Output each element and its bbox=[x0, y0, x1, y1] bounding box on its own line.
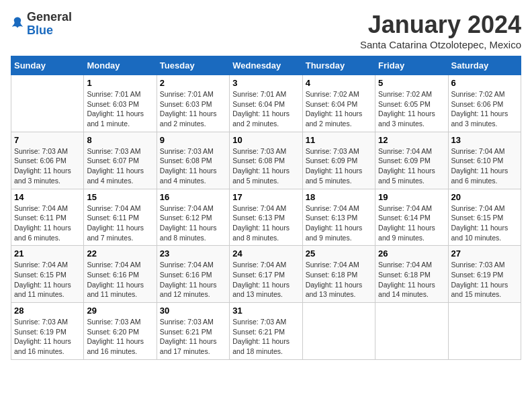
day-info: Sunrise: 7:04 AMSunset: 6:17 PMDaylight:… bbox=[232, 260, 299, 300]
title-block: January 2024 Santa Catarina Otzolotepec,… bbox=[360, 11, 521, 50]
day-number: 8 bbox=[87, 135, 153, 145]
day-info: Sunrise: 7:04 AMSunset: 6:10 PMDaylight:… bbox=[451, 146, 518, 186]
day-number: 13 bbox=[451, 135, 518, 145]
day-number: 3 bbox=[232, 78, 299, 88]
day-info: Sunrise: 7:01 AMSunset: 6:03 PMDaylight:… bbox=[160, 89, 226, 129]
day-cell: 7Sunrise: 7:03 AMSunset: 6:06 PMDaylight… bbox=[11, 132, 84, 189]
day-number: 15 bbox=[87, 192, 153, 202]
day-info: Sunrise: 7:04 AMSunset: 6:09 PMDaylight:… bbox=[378, 146, 445, 186]
day-cell: 2Sunrise: 7:01 AMSunset: 6:03 PMDaylight… bbox=[157, 75, 229, 132]
day-cell: 29Sunrise: 7:03 AMSunset: 6:20 PMDayligh… bbox=[84, 303, 157, 360]
day-info: Sunrise: 7:02 AMSunset: 6:04 PMDaylight:… bbox=[306, 89, 372, 129]
day-cell: 5Sunrise: 7:02 AMSunset: 6:05 PMDaylight… bbox=[375, 75, 448, 132]
day-cell: 26Sunrise: 7:04 AMSunset: 6:18 PMDayligh… bbox=[375, 246, 448, 303]
day-cell: 9Sunrise: 7:03 AMSunset: 6:08 PMDaylight… bbox=[157, 132, 229, 189]
weekday-friday: Friday bbox=[375, 56, 448, 75]
day-info: Sunrise: 7:01 AMSunset: 6:04 PMDaylight:… bbox=[232, 89, 299, 129]
day-number: 5 bbox=[378, 78, 445, 88]
logo-text: General Blue bbox=[27, 11, 72, 38]
logo: General Blue bbox=[11, 11, 72, 38]
day-info: Sunrise: 7:04 AMSunset: 6:16 PMDaylight:… bbox=[87, 260, 153, 300]
day-number: 25 bbox=[306, 248, 372, 259]
day-number: 16 bbox=[160, 192, 226, 202]
day-number: 2 bbox=[160, 78, 226, 88]
day-number: 29 bbox=[87, 306, 153, 316]
day-cell: 14Sunrise: 7:04 AMSunset: 6:11 PMDayligh… bbox=[11, 189, 84, 246]
week-row-3: 14Sunrise: 7:04 AMSunset: 6:11 PMDayligh… bbox=[11, 189, 521, 246]
day-info: Sunrise: 7:03 AMSunset: 6:09 PMDaylight:… bbox=[306, 146, 372, 186]
day-number: 26 bbox=[378, 248, 445, 259]
day-info: Sunrise: 7:04 AMSunset: 6:15 PMDaylight:… bbox=[14, 260, 81, 300]
day-cell bbox=[375, 303, 448, 360]
day-cell: 22Sunrise: 7:04 AMSunset: 6:16 PMDayligh… bbox=[84, 246, 157, 303]
day-info: Sunrise: 7:04 AMSunset: 6:11 PMDaylight:… bbox=[14, 203, 81, 243]
weekday-sunday: Sunday bbox=[11, 56, 84, 75]
weekday-saturday: Saturday bbox=[448, 56, 521, 75]
day-number: 22 bbox=[87, 248, 153, 259]
day-cell: 18Sunrise: 7:04 AMSunset: 6:13 PMDayligh… bbox=[302, 189, 375, 246]
day-cell: 23Sunrise: 7:04 AMSunset: 6:16 PMDayligh… bbox=[157, 246, 229, 303]
day-info: Sunrise: 7:01 AMSunset: 6:03 PMDaylight:… bbox=[87, 89, 153, 129]
logo-blue: Blue bbox=[27, 24, 72, 38]
calendar-body: 1Sunrise: 7:01 AMSunset: 6:03 PMDaylight… bbox=[11, 75, 521, 360]
day-info: Sunrise: 7:04 AMSunset: 6:13 PMDaylight:… bbox=[232, 203, 299, 243]
day-cell: 10Sunrise: 7:03 AMSunset: 6:08 PMDayligh… bbox=[230, 132, 302, 189]
day-cell bbox=[448, 303, 521, 360]
day-cell: 31Sunrise: 7:03 AMSunset: 6:21 PMDayligh… bbox=[230, 303, 302, 360]
day-cell: 8Sunrise: 7:03 AMSunset: 6:07 PMDaylight… bbox=[84, 132, 157, 189]
day-number: 23 bbox=[160, 248, 226, 259]
logo-bird-icon bbox=[11, 16, 24, 32]
day-info: Sunrise: 7:04 AMSunset: 6:15 PMDaylight:… bbox=[451, 203, 518, 243]
day-cell: 4Sunrise: 7:02 AMSunset: 6:04 PMDaylight… bbox=[302, 75, 375, 132]
day-cell bbox=[11, 75, 84, 132]
day-cell: 30Sunrise: 7:03 AMSunset: 6:21 PMDayligh… bbox=[157, 303, 229, 360]
day-cell: 12Sunrise: 7:04 AMSunset: 6:09 PMDayligh… bbox=[375, 132, 448, 189]
week-row-2: 7Sunrise: 7:03 AMSunset: 6:06 PMDaylight… bbox=[11, 132, 521, 189]
weekday-thursday: Thursday bbox=[302, 56, 375, 75]
day-cell: 6Sunrise: 7:02 AMSunset: 6:06 PMDaylight… bbox=[448, 75, 521, 132]
day-number: 20 bbox=[451, 192, 518, 202]
day-info: Sunrise: 7:04 AMSunset: 6:12 PMDaylight:… bbox=[160, 203, 226, 243]
weekday-wednesday: Wednesday bbox=[230, 56, 302, 75]
day-cell: 28Sunrise: 7:03 AMSunset: 6:19 PMDayligh… bbox=[11, 303, 84, 360]
calendar-table: SundayMondayTuesdayWednesdayThursdayFrid… bbox=[11, 56, 521, 360]
weekday-tuesday: Tuesday bbox=[157, 56, 229, 75]
day-cell: 19Sunrise: 7:04 AMSunset: 6:14 PMDayligh… bbox=[375, 189, 448, 246]
month-title: January 2024 bbox=[360, 11, 521, 39]
day-info: Sunrise: 7:03 AMSunset: 6:08 PMDaylight:… bbox=[160, 146, 226, 186]
day-cell: 16Sunrise: 7:04 AMSunset: 6:12 PMDayligh… bbox=[157, 189, 229, 246]
day-number: 21 bbox=[14, 248, 81, 259]
day-cell bbox=[302, 303, 375, 360]
day-cell: 1Sunrise: 7:01 AMSunset: 6:03 PMDaylight… bbox=[84, 75, 157, 132]
weekday-header-row: SundayMondayTuesdayWednesdayThursdayFrid… bbox=[11, 56, 521, 75]
day-number: 10 bbox=[232, 135, 299, 145]
day-info: Sunrise: 7:03 AMSunset: 6:21 PMDaylight:… bbox=[232, 317, 299, 357]
day-number: 4 bbox=[306, 78, 372, 88]
day-number: 27 bbox=[451, 248, 518, 259]
day-number: 9 bbox=[160, 135, 226, 145]
day-info: Sunrise: 7:03 AMSunset: 6:19 PMDaylight:… bbox=[451, 260, 518, 300]
location-title: Santa Catarina Otzolotepec, Mexico bbox=[360, 39, 521, 50]
day-cell: 13Sunrise: 7:04 AMSunset: 6:10 PMDayligh… bbox=[448, 132, 521, 189]
day-cell: 20Sunrise: 7:04 AMSunset: 6:15 PMDayligh… bbox=[448, 189, 521, 246]
day-number: 7 bbox=[14, 135, 81, 145]
day-number: 12 bbox=[378, 135, 445, 145]
day-info: Sunrise: 7:04 AMSunset: 6:18 PMDaylight:… bbox=[306, 260, 372, 300]
week-row-4: 21Sunrise: 7:04 AMSunset: 6:15 PMDayligh… bbox=[11, 246, 521, 303]
day-info: Sunrise: 7:04 AMSunset: 6:11 PMDaylight:… bbox=[87, 203, 153, 243]
header: General Blue January 2024 Santa Catarina… bbox=[11, 11, 521, 50]
day-cell: 11Sunrise: 7:03 AMSunset: 6:09 PMDayligh… bbox=[302, 132, 375, 189]
week-row-5: 28Sunrise: 7:03 AMSunset: 6:19 PMDayligh… bbox=[11, 303, 521, 360]
day-cell: 25Sunrise: 7:04 AMSunset: 6:18 PMDayligh… bbox=[302, 246, 375, 303]
day-cell: 24Sunrise: 7:04 AMSunset: 6:17 PMDayligh… bbox=[230, 246, 302, 303]
day-number: 1 bbox=[87, 78, 153, 88]
week-row-1: 1Sunrise: 7:01 AMSunset: 6:03 PMDaylight… bbox=[11, 75, 521, 132]
day-info: Sunrise: 7:03 AMSunset: 6:20 PMDaylight:… bbox=[87, 317, 153, 357]
day-info: Sunrise: 7:04 AMSunset: 6:18 PMDaylight:… bbox=[378, 260, 445, 300]
day-cell: 21Sunrise: 7:04 AMSunset: 6:15 PMDayligh… bbox=[11, 246, 84, 303]
day-info: Sunrise: 7:02 AMSunset: 6:06 PMDaylight:… bbox=[451, 89, 518, 129]
day-number: 18 bbox=[306, 192, 372, 202]
day-number: 28 bbox=[14, 306, 81, 316]
day-number: 19 bbox=[378, 192, 445, 202]
day-info: Sunrise: 7:03 AMSunset: 6:21 PMDaylight:… bbox=[160, 317, 226, 357]
